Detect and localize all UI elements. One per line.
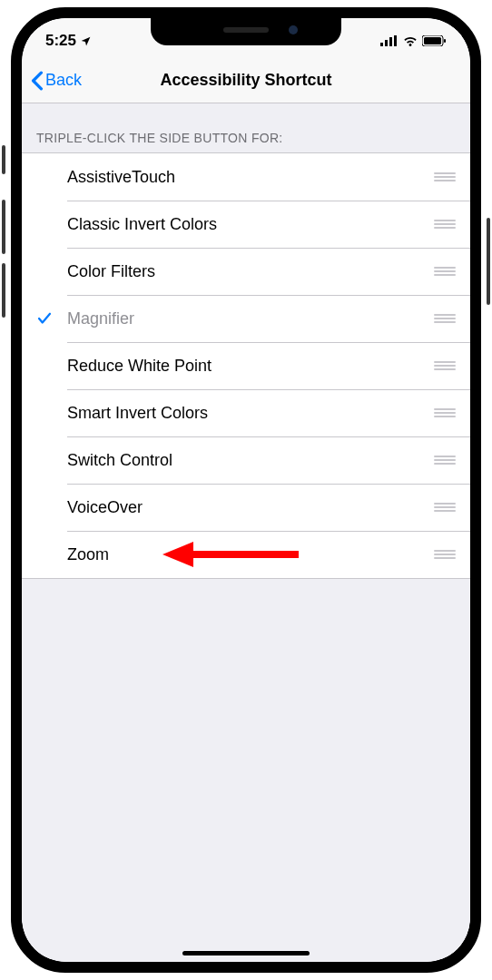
volume-up-button bbox=[2, 200, 5, 254]
list-item[interactable]: Classic Invert Colors bbox=[22, 201, 470, 248]
list-item[interactable]: Color Filters bbox=[22, 248, 470, 295]
list-item[interactable]: Smart Invert Colors bbox=[22, 389, 470, 436]
reorder-handle-icon[interactable] bbox=[434, 408, 470, 417]
battery-icon bbox=[422, 35, 447, 46]
cellular-icon bbox=[380, 35, 399, 46]
list-item-label: AssistiveTouch bbox=[67, 168, 434, 187]
list-item-label: Smart Invert Colors bbox=[67, 404, 434, 423]
list-item[interactable]: VoiceOver bbox=[22, 484, 470, 531]
mute-switch bbox=[2, 145, 5, 174]
list-item-label: Reduce White Point bbox=[67, 357, 434, 376]
svg-rect-3 bbox=[394, 35, 397, 46]
back-label: Back bbox=[45, 71, 82, 90]
list-item[interactable]: Switch Control bbox=[22, 436, 470, 484]
shortcut-list: AssistiveTouchClassic Invert ColorsColor… bbox=[22, 152, 470, 579]
svg-rect-2 bbox=[389, 37, 392, 46]
svg-rect-1 bbox=[385, 40, 388, 46]
reorder-handle-icon[interactable] bbox=[434, 550, 470, 559]
list-item-label: Color Filters bbox=[67, 262, 434, 281]
chevron-left-icon bbox=[31, 71, 44, 91]
wifi-icon bbox=[402, 35, 418, 46]
side-button bbox=[487, 218, 490, 305]
reorder-handle-icon[interactable] bbox=[434, 361, 470, 370]
svg-rect-5 bbox=[424, 37, 441, 44]
list-item[interactable]: AssistiveTouch bbox=[22, 153, 470, 201]
reorder-handle-icon[interactable] bbox=[434, 456, 470, 465]
list-item-label: Magnifier bbox=[67, 309, 434, 328]
list-item[interactable]: Magnifier bbox=[22, 295, 470, 342]
reorder-handle-icon[interactable] bbox=[434, 314, 470, 323]
list-item-label: Zoom bbox=[67, 545, 434, 564]
reorder-handle-icon[interactable] bbox=[434, 172, 470, 181]
list-item-label: Classic Invert Colors bbox=[67, 215, 434, 234]
checkmark-icon bbox=[22, 310, 67, 327]
phone-frame: 5:25 Back Accessibility Shortcut TRIPLE-… bbox=[11, 7, 481, 973]
svg-rect-6 bbox=[444, 39, 446, 43]
volume-down-button bbox=[2, 263, 5, 318]
reorder-handle-icon[interactable] bbox=[434, 220, 470, 229]
list-item[interactable]: Reduce White Point bbox=[22, 342, 470, 389]
reorder-handle-icon[interactable] bbox=[434, 503, 470, 512]
reorder-handle-icon[interactable] bbox=[434, 267, 470, 276]
notch bbox=[151, 18, 341, 45]
list-item-label: Switch Control bbox=[67, 451, 434, 470]
screen: 5:25 Back Accessibility Shortcut TRIPLE-… bbox=[22, 18, 470, 962]
svg-rect-0 bbox=[380, 43, 383, 46]
list-item[interactable]: Zoom bbox=[22, 531, 470, 578]
home-indicator bbox=[182, 951, 310, 956]
list-item-label: VoiceOver bbox=[67, 498, 434, 517]
nav-bar: Back Accessibility Shortcut bbox=[22, 58, 470, 103]
back-button[interactable]: Back bbox=[31, 71, 82, 91]
empty-area bbox=[22, 579, 470, 962]
location-icon bbox=[80, 35, 92, 47]
page-title: Accessibility Shortcut bbox=[22, 71, 470, 90]
section-header: TRIPLE-CLICK THE SIDE BUTTON FOR: bbox=[22, 103, 470, 152]
status-time: 5:25 bbox=[45, 32, 76, 50]
